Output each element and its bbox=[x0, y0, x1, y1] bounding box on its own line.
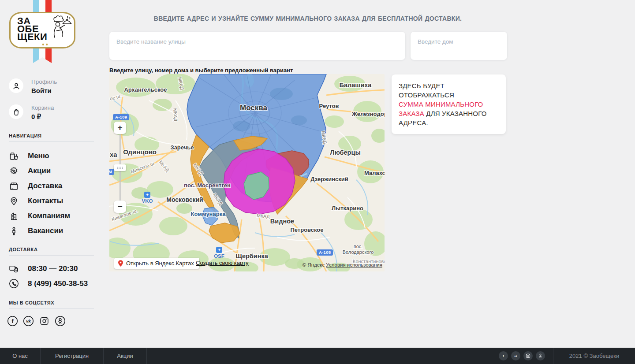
yandex-copyright: © Яндекс bbox=[303, 262, 325, 267]
instagram-icon[interactable] bbox=[523, 351, 533, 360]
social-links: f vk bbox=[7, 316, 66, 327]
sidebar: ЗА ОБЕ ЩЕКИ bbox=[0, 0, 103, 348]
profile-row[interactable]: Профиль Войти bbox=[9, 78, 57, 94]
map-label: МКАД bbox=[172, 108, 179, 121]
map-label: МКАД bbox=[257, 213, 270, 219]
working-hours: 08:30 — 20:30 bbox=[28, 264, 78, 273]
map-label: Балашиха bbox=[340, 82, 372, 89]
profile-icon bbox=[9, 78, 23, 93]
zoom-out-button[interactable]: − bbox=[114, 201, 126, 213]
person-standing-icon bbox=[9, 226, 19, 236]
instagram-icon[interactable] bbox=[39, 316, 50, 327]
page: ЗА ОБЕ ЩЕКИ bbox=[0, 0, 635, 364]
terms-of-use-link[interactable]: Условия использования bbox=[326, 262, 382, 267]
cart-row[interactable]: Корзина 0 ₽ bbox=[9, 104, 54, 121]
grip-dots-icon bbox=[116, 166, 123, 170]
road-badge-a105: А-105 bbox=[317, 249, 333, 256]
nav-list: Меню Акции Доставка bbox=[9, 149, 94, 238]
divider bbox=[9, 141, 94, 142]
cart-label: Корзина bbox=[31, 104, 54, 111]
page-title: ВВЕДИТЕ АДРЕС И УЗНАЙТЕ СУММУ МИНИМАЛЬНО… bbox=[109, 15, 506, 22]
map-label: Коммунарка bbox=[191, 211, 226, 217]
odnoklassniki-icon[interactable] bbox=[55, 316, 66, 327]
map-label: Володарского bbox=[343, 249, 374, 255]
delivery-time-icon bbox=[8, 263, 19, 274]
map-label: Лыткарино bbox=[332, 205, 363, 212]
sidebar-item-menu[interactable]: Меню bbox=[9, 149, 94, 163]
house-input[interactable] bbox=[411, 32, 507, 60]
footer-copyright: 2021 © Заобещеки bbox=[553, 348, 635, 364]
delivery-zones-map[interactable]: МоскваБалашихаРеутовЖелезнодорожныйЛюбер… bbox=[109, 74, 385, 271]
sidebar-item-contacts[interactable]: Контакты bbox=[9, 193, 94, 208]
vk-icon[interactable]: vk bbox=[23, 316, 34, 327]
footer-link-promos[interactable]: Акции bbox=[104, 348, 147, 364]
map-label: Видное bbox=[270, 218, 294, 225]
logo-dots bbox=[42, 44, 48, 45]
sidebar-item-label: Меню bbox=[28, 152, 49, 160]
phone-icon bbox=[8, 278, 19, 289]
svg-text:f: f bbox=[11, 318, 14, 324]
vk-icon[interactable]: vk bbox=[511, 351, 520, 360]
sidebar-item-vacancies[interactable]: Вакансии bbox=[9, 223, 94, 238]
package-icon bbox=[9, 181, 19, 191]
address-helper-text: Введите улицу, номер дома и выберите пре… bbox=[109, 67, 293, 74]
location-pin-icon bbox=[9, 196, 19, 206]
map-pin-icon bbox=[118, 260, 123, 267]
sidebar-item-label: Акции bbox=[28, 167, 51, 175]
phone-number: 8 (499) 450-38-53 bbox=[28, 279, 88, 288]
map-label: ха bbox=[110, 151, 117, 158]
profile-label: Профиль bbox=[31, 78, 57, 85]
footer-link-about[interactable]: О нас bbox=[0, 348, 41, 364]
map-label: Москва bbox=[240, 104, 268, 112]
airport-ostafyevo: ✈ OSF bbox=[210, 247, 228, 259]
facebook-icon[interactable]: f bbox=[7, 316, 18, 327]
cart-icon bbox=[9, 104, 23, 119]
street-input[interactable] bbox=[109, 32, 405, 60]
divider bbox=[9, 255, 94, 256]
sidebar-item-delivery[interactable]: Доставка bbox=[9, 178, 94, 193]
map-label: пос. Мосрентген bbox=[184, 182, 231, 189]
airport-vnukovo: ✈ VKO bbox=[138, 192, 156, 204]
login-link[interactable]: Войти bbox=[31, 87, 57, 94]
footer-link-registration[interactable]: Регистрация bbox=[41, 348, 104, 364]
map-label: Архангельское bbox=[124, 86, 167, 93]
footer-social: f vk bbox=[499, 348, 553, 364]
map-label: Дзержинский bbox=[310, 176, 348, 182]
building-icon bbox=[9, 211, 19, 221]
zoom-slider-handle[interactable] bbox=[114, 164, 126, 171]
chef-illustration-icon bbox=[45, 15, 72, 46]
menu-bag-icon bbox=[9, 151, 19, 161]
info-card-text: ЗДЕСЬ БУДЕТ ОТОБРАЖАТЬСЯСУММА МИНИМАЛЬНО… bbox=[399, 81, 499, 127]
odnoklassniki-icon[interactable] bbox=[536, 351, 545, 360]
sidebar-item-promos[interactable]: Акции bbox=[9, 163, 94, 178]
map-label: Московский bbox=[166, 196, 203, 203]
map-label: Заречье bbox=[171, 144, 194, 151]
create-own-map-link[interactable]: Создать свою карту bbox=[196, 260, 249, 266]
min-order-info-card: ЗДЕСЬ БУДЕТ ОТОБРАЖАТЬСЯСУММА МИНИМАЛЬНО… bbox=[392, 74, 506, 134]
zoom-in-button[interactable]: + bbox=[114, 122, 126, 134]
open-in-yandex-maps-button[interactable]: Открыть в Яндекс.Картах bbox=[114, 258, 199, 269]
logo[interactable]: ЗА ОБЕ ЩЕКИ bbox=[9, 12, 75, 48]
map-label: Малаховка bbox=[364, 170, 385, 176]
plane-icon: ✈ bbox=[216, 247, 222, 253]
discount-badge-icon bbox=[9, 166, 19, 176]
svg-text:vk: vk bbox=[514, 355, 517, 357]
map-label: Реутов bbox=[319, 103, 339, 109]
working-hours-row: 08:30 — 20:30 bbox=[8, 263, 78, 274]
map-label: Петровское bbox=[290, 227, 323, 233]
logo-text: ЗА ОБЕ ЩЕКИ bbox=[17, 17, 47, 41]
nav-section-header: НАВИГАЦИЯ bbox=[9, 133, 41, 138]
sidebar-item-companies[interactable]: Компаниям bbox=[9, 208, 94, 223]
footer: О нас Регистрация Акции f vk 2021 © Заоб… bbox=[0, 348, 635, 364]
social-section-header: МЫ В СОЦСЕТЯХ bbox=[9, 300, 54, 305]
svg-text:f: f bbox=[503, 354, 504, 358]
sidebar-item-label: Доставка bbox=[28, 182, 62, 190]
phone-row[interactable]: 8 (499) 450-38-53 bbox=[8, 278, 88, 289]
map-label: Люберцы bbox=[330, 149, 361, 156]
sidebar-item-label: Компаниям bbox=[28, 212, 70, 220]
facebook-icon[interactable]: f bbox=[499, 351, 508, 360]
svg-text:vk: vk bbox=[26, 319, 31, 323]
cart-amount: 0 ₽ bbox=[31, 113, 54, 121]
delivery-section-header: ДОСТАВКА bbox=[9, 247, 37, 252]
map-label: Железнодорожный bbox=[351, 111, 385, 117]
